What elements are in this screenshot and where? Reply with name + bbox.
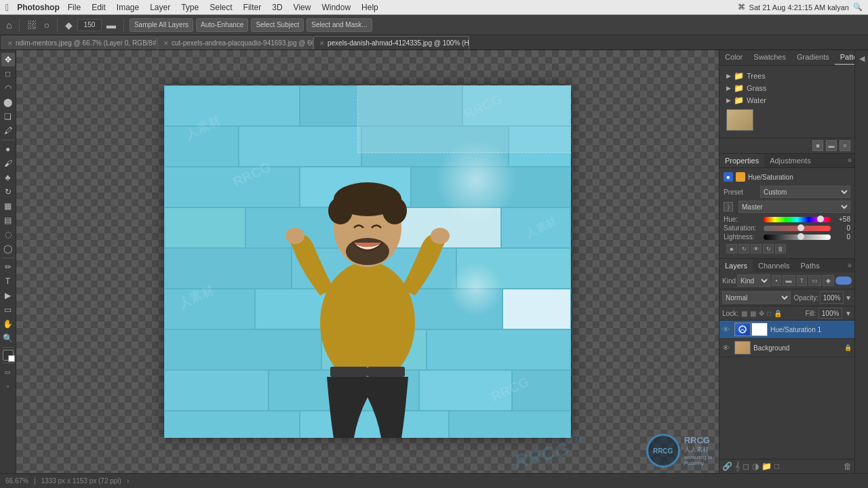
brush-tool[interactable]: 🖌 bbox=[1, 157, 15, 170]
add-mask-btn[interactable]: ◻ bbox=[743, 462, 749, 471]
lock-pixels-icon[interactable]: ▦ bbox=[750, 310, 756, 317]
tab-layers[interactable]: Layers bbox=[719, 259, 753, 272]
foreground-color[interactable] bbox=[3, 350, 14, 361]
menu-view[interactable]: View bbox=[288, 0, 317, 15]
tool-options[interactable]: ◆ bbox=[63, 20, 75, 30]
eye-hue-sat[interactable]: 👁 bbox=[722, 325, 732, 333]
lock-all-icon[interactable]: 🔒 bbox=[774, 310, 782, 317]
hand-cursor-icon[interactable]: 〉 bbox=[724, 202, 733, 211]
view-list-icon[interactable]: ■ bbox=[812, 140, 823, 151]
menu-help[interactable]: Help bbox=[356, 0, 384, 15]
type-tool[interactable]: T bbox=[1, 274, 15, 288]
marquee-tool[interactable]: □ bbox=[1, 67, 15, 81]
menu-image[interactable]: Image bbox=[111, 0, 144, 15]
fill-arrow[interactable]: ▼ bbox=[845, 310, 852, 317]
quick-select-tool[interactable]: ⬤ bbox=[1, 96, 15, 109]
lock-transparent-icon[interactable]: ▩ bbox=[741, 310, 747, 317]
lasso-tool[interactable]: ◠ bbox=[1, 81, 15, 95]
tab-1-close[interactable]: ✕ bbox=[7, 40, 13, 47]
panel-options-icon[interactable]: ≡ bbox=[840, 140, 850, 151]
home-icon[interactable]: ⌂ bbox=[4, 20, 14, 30]
menu-filter[interactable]: Filter bbox=[238, 0, 267, 15]
tab-channels[interactable]: Channels bbox=[753, 259, 795, 272]
rsb-collapse-icon[interactable]: ◀ bbox=[858, 53, 866, 64]
menu-select[interactable]: Select bbox=[204, 0, 237, 15]
channel-select[interactable]: Master Reds Yellows Greens Cyans Blues M… bbox=[738, 201, 850, 213]
lock-position-icon[interactable]: ✥ bbox=[759, 310, 764, 317]
lock-artboard-icon[interactable]: □ bbox=[767, 310, 771, 317]
reset-icon[interactable]: ↻ bbox=[763, 244, 774, 253]
folder-trees[interactable]: ▶ 📁 Trees bbox=[724, 70, 850, 82]
tab-paths[interactable]: Paths bbox=[795, 259, 825, 272]
menu-type[interactable]: Type bbox=[176, 0, 204, 15]
status-arrow[interactable]: › bbox=[127, 477, 129, 485]
eyedropper-tool[interactable]: 🖍 bbox=[1, 124, 15, 138]
hand-tool[interactable]: ✋ bbox=[1, 317, 15, 331]
blend-mode-select[interactable]: Normal bbox=[722, 291, 791, 304]
blur-tool[interactable]: ◌ bbox=[1, 228, 15, 241]
tab-2[interactable]: ✕ cut-pexels-andrea-placquadio-941693.jp… bbox=[157, 36, 313, 49]
trash-icon[interactable]: 🗑 bbox=[775, 244, 786, 253]
preset-select[interactable]: Custom Default Cyanotype bbox=[760, 186, 850, 198]
flow-icon[interactable]: ▬ bbox=[104, 20, 118, 30]
zoom-tool[interactable]: 🔍 bbox=[1, 331, 15, 345]
shape-tool[interactable]: ▭ bbox=[1, 303, 15, 317]
sample-all-layers-btn[interactable]: Sample All Layers bbox=[130, 18, 193, 32]
delete-layer-btn[interactable]: 🗑 bbox=[844, 462, 852, 471]
menu-file[interactable]: File bbox=[62, 0, 86, 15]
fill-input[interactable] bbox=[818, 308, 842, 319]
lightness-thumb[interactable] bbox=[797, 233, 804, 240]
filter-adj-btn[interactable]: ▬ bbox=[783, 275, 795, 286]
filter-pixel-btn[interactable]: ▪ bbox=[772, 275, 781, 286]
filter-type-btn[interactable]: T bbox=[797, 275, 808, 286]
tab-swatches[interactable]: Swatches bbox=[748, 50, 791, 65]
dodge-tool[interactable]: ◯ bbox=[1, 242, 15, 256]
select-subject-btn[interactable]: Select Subject bbox=[251, 18, 304, 32]
opacity-input[interactable] bbox=[820, 291, 844, 304]
clip-icon[interactable]: ↻ bbox=[738, 244, 749, 253]
hue-thumb[interactable] bbox=[817, 216, 824, 222]
folder-water[interactable]: ▶ 📁 Water bbox=[724, 94, 850, 106]
lightness-slider[interactable] bbox=[764, 235, 831, 240]
saturation-thumb[interactable] bbox=[797, 224, 804, 231]
pen-tool[interactable]: ✏ bbox=[1, 260, 15, 274]
menu-layer[interactable]: Layer bbox=[144, 0, 176, 15]
tab-3-close[interactable]: ✕ bbox=[319, 40, 325, 47]
filter-smart-btn[interactable]: ◆ bbox=[823, 275, 834, 286]
move-tool[interactable]: ✥ bbox=[1, 53, 15, 66]
clone-stamp-tool[interactable]: ♣ bbox=[1, 171, 15, 184]
apple-logo[interactable]:  bbox=[0, 2, 14, 13]
new-layer-btn[interactable]: □ bbox=[774, 462, 779, 471]
layers-panel-menu[interactable]: ≡ bbox=[845, 259, 854, 272]
auto-enhance-btn[interactable]: Auto-Enhance bbox=[196, 18, 248, 32]
tab-2-close[interactable]: ✕ bbox=[163, 40, 169, 47]
tab-gradients[interactable]: Gradients bbox=[791, 50, 835, 65]
eye-background[interactable]: 👁 bbox=[722, 344, 732, 352]
quick-mask-tool[interactable]: ▭ bbox=[1, 365, 15, 379]
menu-3d[interactable]: 3D bbox=[267, 0, 288, 15]
search-icon[interactable]: 🔍 bbox=[853, 3, 863, 12]
prop-panel-menu[interactable]: ≡ bbox=[845, 154, 854, 167]
tab-color[interactable]: Color bbox=[719, 50, 748, 65]
tab-adjustments[interactable]: Adjustments bbox=[764, 154, 816, 167]
folder-grass[interactable]: ▶ 📁 Grass bbox=[724, 82, 850, 94]
brush-tool[interactable]: ⛆ bbox=[25, 20, 39, 30]
tab-properties[interactable]: Properties bbox=[719, 154, 764, 167]
hue-slider[interactable] bbox=[764, 217, 831, 222]
link-layers-btn[interactable]: 🔗 bbox=[722, 462, 732, 471]
eye-icon[interactable]: 👁 bbox=[751, 244, 762, 253]
eraser-tool[interactable]: ▦ bbox=[1, 199, 15, 213]
new-fill-adj-btn[interactable]: ◑ bbox=[752, 462, 759, 471]
layer-row-hue-saturation[interactable]: 👁 Hue/Saturation 1 bbox=[719, 321, 854, 339]
filter-toggle[interactable] bbox=[835, 277, 852, 285]
colorize-icon[interactable]: ■ bbox=[726, 244, 737, 253]
lasso-tool[interactable]: ○ bbox=[41, 20, 51, 30]
tab-3[interactable]: ✕ pexels-danish-ahmad-4124335.jpg @ 100%… bbox=[313, 36, 469, 49]
path-selection-tool[interactable]: ▶ bbox=[1, 289, 15, 302]
canvas-area[interactable]: 人素材 RRCG 人素材 RRCG 人素材 RRCG RRCG ◉ 人人素材 bbox=[16, 50, 719, 473]
canvas-container[interactable]: 人素材 RRCG 人素材 RRCG 人素材 RRCG bbox=[164, 85, 571, 438]
select-mask-btn[interactable]: Select and Mask... bbox=[307, 18, 372, 32]
filter-shape-btn[interactable]: ▭ bbox=[808, 275, 821, 286]
pattern-thumbnail[interactable] bbox=[726, 109, 753, 131]
tab-1[interactable]: ✕ ndim-mentors.jpeg @ 66.7% (Layer 0, RG… bbox=[1, 36, 157, 49]
